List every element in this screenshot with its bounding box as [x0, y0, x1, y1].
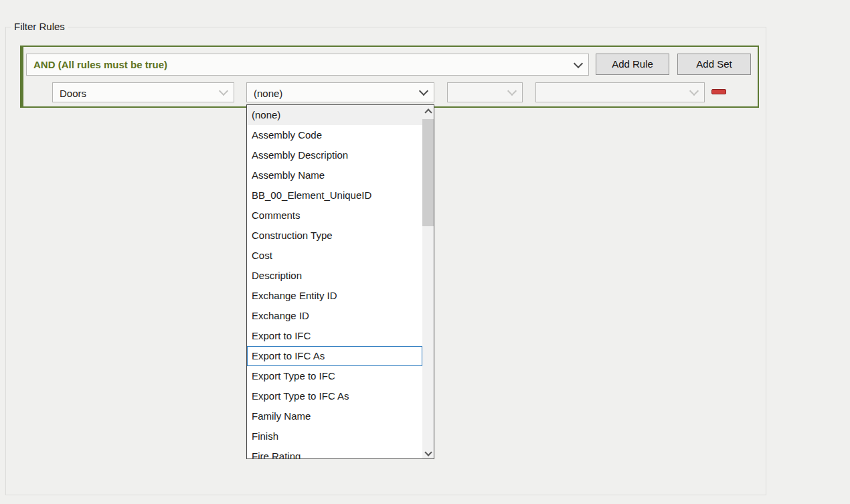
- scroll-down-icon: [424, 448, 432, 456]
- condition-select[interactable]: [447, 82, 523, 102]
- chevron-down-icon: [219, 86, 228, 96]
- dropdown-item[interactable]: Finish: [247, 426, 422, 446]
- dropdown-item[interactable]: Fire Rating: [247, 446, 422, 458]
- rule-set-group: AND (All rules must be true) Add Rule Ad…: [20, 46, 759, 108]
- scroll-up-button[interactable]: [422, 105, 434, 116]
- logic-operator-select[interactable]: AND (All rules must be true): [26, 54, 589, 76]
- category-value: Doors: [60, 88, 86, 99]
- dropdown-item[interactable]: Assembly Name: [247, 165, 422, 185]
- parameter-dropdown-items: (none)Assembly CodeAssembly DescriptionA…: [247, 105, 422, 458]
- value-select[interactable]: [535, 82, 705, 102]
- category-select[interactable]: Doors: [52, 82, 234, 102]
- add-set-button[interactable]: Add Set: [677, 54, 751, 75]
- dropdown-item[interactable]: Assembly Description: [247, 145, 422, 165]
- logic-operator-value: AND (All rules must be true): [33, 54, 571, 75]
- chevron-down-icon: [689, 86, 699, 96]
- dropdown-item[interactable]: BB_00_Element_UniqueID: [247, 185, 422, 205]
- dropdown-item[interactable]: Export Type to IFC As: [247, 386, 422, 406]
- dropdown-item[interactable]: Exchange Entity ID: [247, 286, 422, 306]
- parameter-value: (none): [254, 88, 282, 99]
- scroll-down-button[interactable]: [422, 447, 434, 458]
- add-rule-button[interactable]: Add Rule: [596, 54, 669, 75]
- chevron-down-icon: [507, 86, 517, 96]
- remove-rule-icon[interactable]: [711, 89, 726, 94]
- scroll-up-icon: [424, 108, 432, 116]
- dropdown-item[interactable]: Assembly Code: [247, 125, 422, 145]
- parameter-select[interactable]: (none): [246, 82, 434, 102]
- dropdown-item[interactable]: Export Type to IFC: [247, 366, 422, 386]
- dropdown-item[interactable]: Cost: [247, 246, 422, 266]
- scrollbar-thumb[interactable]: [422, 119, 434, 226]
- chevron-down-icon: [419, 86, 428, 96]
- filter-rules-label: Filter Rules: [11, 21, 68, 32]
- dropdown-item[interactable]: Exchange ID: [247, 306, 422, 326]
- dropdown-item[interactable]: Family Name: [247, 406, 422, 426]
- parameter-dropdown-list: (none)Assembly CodeAssembly DescriptionA…: [246, 104, 434, 459]
- dropdown-item[interactable]: Export to IFC As: [247, 346, 422, 366]
- chevron-down-icon: [574, 58, 583, 68]
- dropdown-item[interactable]: Description: [247, 266, 422, 286]
- dropdown-scrollbar[interactable]: [422, 105, 434, 458]
- dropdown-item[interactable]: Construction Type: [247, 226, 422, 246]
- dropdown-item[interactable]: (none): [247, 105, 422, 125]
- dropdown-item[interactable]: Export to IFC: [247, 326, 422, 346]
- dropdown-item[interactable]: Comments: [247, 205, 422, 226]
